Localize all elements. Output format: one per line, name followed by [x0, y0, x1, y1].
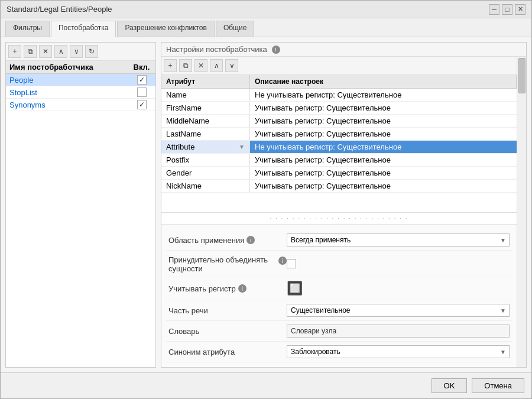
right-scrollbar[interactable]: [517, 57, 526, 367]
tab-filters[interactable]: Фильтры: [5, 21, 50, 37]
row-attr-desc: Учитывать регистр: Существительное: [250, 102, 517, 114]
title-bar-buttons: ─ □ ✕: [489, 4, 525, 15]
settings-row-dictionary: Словарь: [166, 321, 512, 342]
row-attr-desc: Не учитывать регистр: Существительное: [250, 141, 517, 153]
tab-general[interactable]: Общие: [216, 21, 254, 37]
scope-select[interactable]: Всегда применять: [287, 233, 510, 246]
ok-button[interactable]: OK: [432, 378, 468, 393]
row-attr-name: Gender: [161, 167, 250, 179]
main-content: + ⧉ ✕ ∧ ∨ ↻ Имя постобработчика Вкл. Peo…: [1, 37, 531, 372]
table-row[interactable]: MiddleName Учитывать регистр: Существите…: [161, 115, 517, 128]
scrollbar-thumb[interactable]: [518, 58, 525, 93]
checkbox-synonyms[interactable]: ✓: [137, 100, 147, 109]
maximize-button[interactable]: □: [502, 4, 512, 15]
row-attr-desc: Не учитывать регистр: Существительное: [250, 89, 517, 101]
left-refresh-button[interactable]: ↻: [85, 45, 98, 58]
list-item[interactable]: StopList: [6, 86, 155, 99]
table-row[interactable]: FirstName Учитывать регистр: Существител…: [161, 102, 517, 115]
pos-select[interactable]: Существительное: [287, 304, 510, 317]
divider: · · · · · · · · · · · · · · · · · · · · …: [161, 213, 517, 225]
minimize-button[interactable]: ─: [489, 4, 499, 15]
attr-table-header: Атрибут Описание настроек: [161, 75, 517, 89]
checkbox-people[interactable]: ✓: [137, 75, 147, 85]
tab-conflict-resolution[interactable]: Разрешение конфликтов: [117, 21, 214, 37]
right-header-label: Настройки постобработчика: [166, 45, 267, 54]
right-toolbar: + ⧉ ✕ ∧ ∨: [161, 57, 517, 75]
table-row[interactable]: LastName Учитывать регистр: Существитель…: [161, 128, 517, 141]
list-item[interactable]: Synonyms ✓: [6, 99, 155, 111]
right-panel-header: Настройки постобработчика i: [161, 43, 526, 57]
title-bar: Standard/Legal Entities/People ─ □ ✕: [1, 1, 531, 18]
table-row[interactable]: Attribute ▼ Не учитывать регистр: Сущест…: [161, 141, 517, 154]
right-down-button[interactable]: ∨: [225, 59, 238, 72]
scope-info-icon[interactable]: i: [246, 236, 255, 244]
table-row[interactable]: Name Не учитывать регистр: Существительн…: [161, 89, 517, 102]
dialog-window: Standard/Legal Entities/People ─ □ ✕ Фил…: [0, 0, 532, 399]
table-row[interactable]: NickName Учитывать регистр: Существитель…: [161, 180, 517, 193]
synonym-select[interactable]: Заблокировать: [287, 345, 510, 358]
merge-checkbox[interactable]: [287, 259, 296, 268]
left-delete-button[interactable]: ✕: [39, 45, 52, 58]
item-check-synonyms[interactable]: ✓: [131, 100, 152, 109]
settings-value-synonym: Заблокировать: [287, 345, 510, 358]
case-info-icon[interactable]: i: [238, 284, 246, 293]
left-panel: + ⧉ ✕ ∧ ∨ ↻ Имя постобработчика Вкл. Peo…: [5, 42, 156, 368]
left-copy-button[interactable]: ⧉: [24, 45, 37, 58]
window-title: Standard/Legal Entities/People: [7, 5, 112, 14]
settings-row-merge: Принудительно объединять сущности i: [166, 251, 512, 277]
list-item[interactable]: People ✓: [6, 74, 155, 86]
pos-select-wrapper: Существительное: [287, 304, 510, 317]
table-row[interactable]: Gender Учитывать регистр: Существительно…: [161, 167, 517, 180]
settings-value-case: 🔲: [287, 281, 510, 296]
dropdown-arrow-icon: ▼: [239, 144, 245, 150]
settings-value-merge: [287, 259, 510, 268]
merge-info-icon[interactable]: i: [278, 257, 287, 265]
settings-label-synonym: Синоним атрибута: [168, 348, 287, 356]
settings-label-case: Учитывать регистр i: [168, 284, 287, 293]
close-button[interactable]: ✕: [515, 4, 525, 15]
right-main: + ⧉ ✕ ∧ ∨ Атрибут Описание настроек N: [161, 57, 517, 367]
right-panel: Настройки постобработчика i + ⧉ ✕ ∧ ∨: [161, 42, 527, 368]
row-attr-name: Attribute ▼: [161, 141, 250, 153]
settings-row-case: Учитывать регистр i 🔲: [166, 277, 512, 300]
dictionary-input[interactable]: [287, 325, 510, 338]
case-toggle[interactable]: 🔲: [287, 281, 303, 296]
settings-value-scope: Всегда применять: [287, 233, 510, 246]
right-delete-button[interactable]: ✕: [194, 59, 207, 72]
item-check-stoplist[interactable]: [131, 87, 152, 97]
settings-value-pos: Существительное: [287, 304, 510, 317]
row-attr-name: LastName: [161, 128, 250, 140]
col-header-attribute: Атрибут: [161, 75, 250, 88]
header-info-icon[interactable]: i: [272, 46, 280, 54]
tab-postprocessing[interactable]: Постобработка: [51, 21, 116, 37]
table-row[interactable]: Postfix Учитывать регистр: Существительн…: [161, 154, 517, 167]
scope-select-wrapper: Всегда применять: [287, 233, 510, 246]
right-copy-button[interactable]: ⧉: [179, 59, 192, 72]
left-down-button[interactable]: ∨: [70, 45, 83, 58]
item-name-people: People: [9, 76, 131, 85]
row-attr-desc: Учитывать регистр: Существительное: [250, 167, 517, 179]
checkbox-stoplist[interactable]: [137, 87, 147, 97]
bottom-bar: OK Отмена: [1, 372, 531, 398]
settings-label-dictionary: Словарь: [168, 327, 287, 336]
row-attr-desc: Учитывать регистр: Существительное: [250, 115, 517, 127]
item-check-people[interactable]: ✓: [131, 75, 152, 85]
left-header-name: Имя постобработчика: [9, 63, 131, 72]
left-header-enabled: Вкл.: [131, 63, 152, 72]
left-up-button[interactable]: ∧: [54, 45, 67, 58]
settings-value-dictionary: [287, 325, 510, 338]
row-attr-name: MiddleName: [161, 115, 250, 127]
settings-row-scope: Область применения i Всегда применять: [166, 230, 512, 251]
row-attr-desc: Учитывать регистр: Существительное: [250, 154, 517, 166]
synonym-select-wrapper: Заблокировать: [287, 345, 510, 358]
right-add-button[interactable]: +: [164, 59, 177, 72]
row-attr-name: Postfix: [161, 154, 250, 166]
left-table-body: People ✓ StopList Synonyms ✓: [6, 74, 155, 367]
cancel-button[interactable]: Отмена: [472, 378, 524, 393]
left-add-button[interactable]: +: [8, 45, 21, 58]
row-attr-desc: Учитывать регистр: Существительное: [250, 180, 517, 192]
settings-label-merge: Принудительно объединять сущности i: [168, 254, 287, 273]
settings-label-pos: Часть речи: [168, 306, 287, 315]
right-up-button[interactable]: ∧: [210, 59, 223, 72]
settings-section: Область применения i Всегда применять: [161, 225, 517, 367]
